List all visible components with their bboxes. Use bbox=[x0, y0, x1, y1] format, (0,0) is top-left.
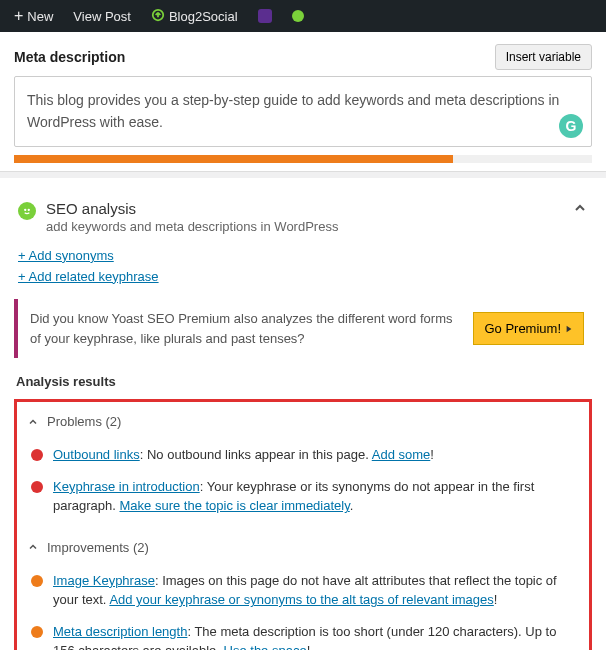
yoast-menu[interactable] bbox=[250, 0, 280, 32]
analysis-item-action-link[interactable]: Add some bbox=[372, 447, 431, 462]
analysis-item-link[interactable]: Meta description length bbox=[53, 624, 187, 639]
meta-progress-bar bbox=[14, 155, 592, 163]
analysis-item-action-link[interactable]: Use the space bbox=[224, 643, 307, 650]
analysis-item-link[interactable]: Outbound links bbox=[53, 447, 140, 462]
view-post-link[interactable]: View Post bbox=[65, 0, 139, 32]
analysis-item-action-link[interactable]: Make sure the topic is clear immediately bbox=[120, 498, 350, 513]
premium-text: Did you know Yoast SEO Premium also anal… bbox=[30, 309, 463, 348]
improvements-list: Image Keyphrase: Images on this page do … bbox=[21, 565, 585, 650]
keyphrase-links: + Add synonyms + Add related keyphrase bbox=[14, 242, 592, 300]
analysis-item-action-link[interactable]: Add your keyphrase or synonyms to the al… bbox=[109, 592, 493, 607]
analysis-item-link[interactable]: Keyphrase in introduction bbox=[53, 479, 200, 494]
status-dot-icon bbox=[292, 10, 304, 22]
yoast-icon bbox=[258, 9, 272, 23]
chevron-up-icon bbox=[27, 416, 39, 428]
insert-variable-button[interactable]: Insert variable bbox=[495, 44, 592, 70]
meta-description-panel: Meta description Insert variable This bl… bbox=[0, 32, 606, 172]
problems-label: Problems (2) bbox=[47, 414, 121, 429]
seo-analysis-panel: SEO analysis add keywords and meta descr… bbox=[0, 178, 606, 650]
status-bullet-icon bbox=[31, 626, 43, 638]
highlighted-results: Problems (2) Outbound links: No outbound… bbox=[14, 399, 592, 650]
chevron-up-icon bbox=[27, 541, 39, 553]
blog2social-label: Blog2Social bbox=[169, 9, 238, 24]
premium-upsell: Did you know Yoast SEO Premium also anal… bbox=[14, 299, 592, 358]
improvements-toggle[interactable]: Improvements (2) bbox=[21, 530, 585, 565]
plus-icon bbox=[14, 7, 23, 25]
analysis-item-text: Image Keyphrase: Images on this page do … bbox=[53, 571, 575, 610]
status-bullet-icon bbox=[31, 481, 43, 493]
new-label: New bbox=[27, 9, 53, 24]
analysis-item: Image Keyphrase: Images on this page do … bbox=[27, 565, 579, 616]
caret-right-icon bbox=[565, 325, 573, 333]
go-premium-label: Go Premium! bbox=[484, 321, 561, 336]
meta-description-text: This blog provides you a step-by-step gu… bbox=[27, 92, 559, 130]
chevron-up-icon bbox=[572, 200, 588, 216]
analysis-item-link[interactable]: Image Keyphrase bbox=[53, 573, 155, 588]
svg-point-2 bbox=[28, 209, 29, 210]
add-related-keyphrase-link[interactable]: + Add related keyphrase bbox=[18, 267, 588, 288]
wp-admin-bar: New View Post Blog2Social bbox=[0, 0, 606, 32]
analysis-item-text: Keyphrase in introduction: Your keyphras… bbox=[53, 477, 575, 516]
smiley-icon bbox=[18, 202, 36, 220]
seo-status[interactable] bbox=[284, 0, 312, 32]
svg-point-1 bbox=[25, 209, 26, 210]
improvements-label: Improvements (2) bbox=[47, 540, 149, 555]
analysis-item-text: Meta description length: The meta descri… bbox=[53, 622, 575, 650]
seo-analysis-header[interactable]: SEO analysis add keywords and meta descr… bbox=[14, 192, 592, 242]
grammarly-icon[interactable]: G bbox=[559, 114, 583, 138]
seo-subtitle: add keywords and meta descriptions in Wo… bbox=[46, 219, 338, 234]
meta-description-heading: Meta description bbox=[14, 49, 125, 65]
external-icon bbox=[151, 8, 165, 25]
view-post-label: View Post bbox=[73, 9, 131, 24]
analysis-item: Keyphrase in introduction: Your keyphras… bbox=[27, 471, 579, 522]
blog2social-menu[interactable]: Blog2Social bbox=[143, 0, 246, 32]
add-synonyms-link[interactable]: + Add synonyms bbox=[18, 246, 588, 267]
seo-title: SEO analysis bbox=[46, 200, 338, 217]
analysis-item: Outbound links: No outbound links appear… bbox=[27, 439, 579, 471]
status-bullet-icon bbox=[31, 449, 43, 461]
analysis-results-heading: Analysis results bbox=[14, 370, 592, 399]
new-menu[interactable]: New bbox=[6, 0, 61, 32]
analysis-item-text: Outbound links: No outbound links appear… bbox=[53, 445, 434, 465]
problems-list: Outbound links: No outbound links appear… bbox=[21, 439, 585, 530]
go-premium-button[interactable]: Go Premium! bbox=[473, 312, 584, 345]
status-bullet-icon bbox=[31, 575, 43, 587]
problems-toggle[interactable]: Problems (2) bbox=[21, 404, 585, 439]
meta-description-input[interactable]: This blog provides you a step-by-step gu… bbox=[14, 76, 592, 147]
analysis-item: Meta description length: The meta descri… bbox=[27, 616, 579, 650]
